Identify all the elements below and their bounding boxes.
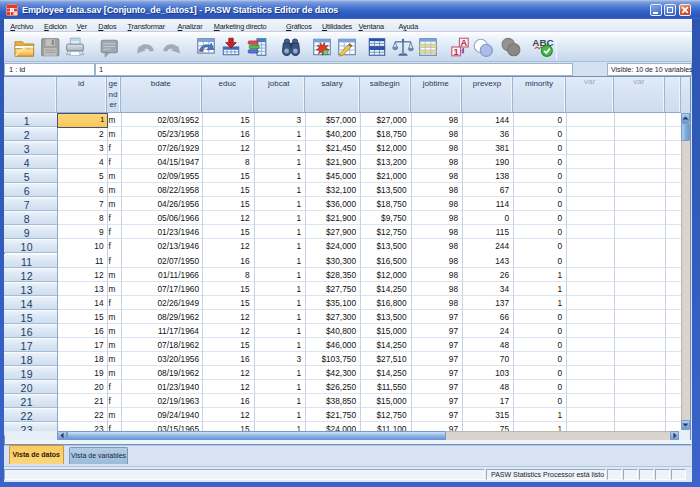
svg-text:A: A (460, 38, 467, 48)
svg-text:1: 1 (454, 47, 459, 57)
